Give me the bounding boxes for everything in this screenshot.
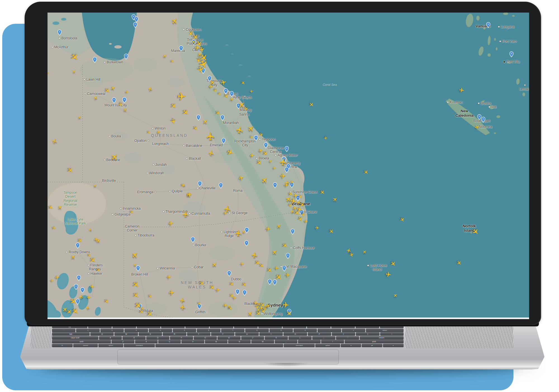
aircraft-icon[interactable]: [198, 280, 205, 287]
aircraft-icon[interactable]: [235, 125, 244, 134]
aircraft-icon[interactable]: [182, 211, 189, 217]
aircraft-icon[interactable]: [177, 92, 186, 101]
aircraft-icon[interactable]: [279, 158, 287, 166]
aircraft-icon[interactable]: [122, 107, 128, 113]
aircraft-icon[interactable]: [266, 226, 271, 232]
aircraft-icon[interactable]: [118, 102, 124, 107]
aircraft-icon[interactable]: [285, 273, 290, 278]
aircraft-icon[interactable]: [240, 262, 244, 266]
aircraft-icon[interactable]: [70, 52, 80, 63]
aircraft-icon[interactable]: [456, 260, 463, 266]
aircraft-icon[interactable]: [319, 189, 326, 196]
aircraft-icon[interactable]: [187, 192, 192, 197]
aircraft-icon[interactable]: [271, 248, 278, 255]
aircraft-icon[interactable]: [250, 153, 254, 158]
aircraft-icon[interactable]: [211, 261, 218, 268]
aircraft-icon[interactable]: [88, 228, 92, 231]
aircraft-icon[interactable]: [50, 279, 54, 282]
aircraft-icon[interactable]: [362, 249, 368, 255]
aircraft-icon[interactable]: [57, 204, 63, 211]
aircraft-icon[interactable]: [266, 303, 271, 309]
aircraft-icon[interactable]: [104, 87, 111, 94]
aircraft-icon[interactable]: [193, 125, 199, 132]
aircraft-icon[interactable]: [249, 135, 254, 140]
aircraft-icon[interactable]: [328, 228, 335, 235]
aircraft-icon[interactable]: [70, 254, 77, 260]
aircraft-icon[interactable]: [67, 166, 74, 174]
aircraft-icon[interactable]: [309, 102, 315, 108]
aircraft-icon[interactable]: [220, 79, 227, 86]
aircraft-icon[interactable]: [274, 266, 279, 270]
aircraft-icon[interactable]: [90, 284, 94, 289]
aircraft-icon[interactable]: [332, 196, 338, 203]
aircraft-icon[interactable]: [209, 84, 213, 89]
aircraft-icon[interactable]: [139, 309, 145, 315]
aircraft-icon[interactable]: [281, 242, 288, 249]
aircraft-icon[interactable]: [104, 298, 110, 305]
aircraft-icon[interactable]: [251, 251, 258, 258]
aircraft-icon[interactable]: [71, 307, 80, 315]
aircraft-icon[interactable]: [266, 267, 273, 274]
aircraft-icon[interactable]: [385, 271, 392, 278]
aircraft-icon[interactable]: [206, 132, 214, 140]
aircraft-icon[interactable]: [129, 209, 135, 215]
aircraft-icon[interactable]: [223, 93, 229, 99]
aircraft-icon[interactable]: [276, 223, 282, 230]
aircraft-icon[interactable]: [247, 310, 254, 317]
aircraft-icon[interactable]: [168, 221, 174, 226]
aircraft-icon[interactable]: [110, 152, 119, 162]
aircraft-icon[interactable]: [85, 305, 90, 310]
aircraft-icon[interactable]: [87, 253, 92, 258]
aircraft-icon[interactable]: [162, 53, 168, 59]
aircraft-icon[interactable]: [224, 211, 228, 215]
aircraft-icon[interactable]: [288, 203, 293, 208]
aircraft-icon[interactable]: [147, 130, 151, 135]
aircraft-icon[interactable]: [280, 173, 286, 179]
aircraft-icon[interactable]: [243, 106, 249, 112]
aircraft-icon[interactable]: [69, 297, 78, 306]
aircraft-icon[interactable]: [393, 293, 398, 298]
aircraft-icon[interactable]: [472, 228, 480, 236]
aircraft-icon[interactable]: [284, 183, 289, 187]
aircraft-icon[interactable]: [273, 166, 276, 170]
aircraft-icon[interactable]: [268, 159, 273, 163]
aircraft-icon[interactable]: [259, 132, 264, 137]
aircraft-icon[interactable]: [170, 118, 176, 125]
aircraft-icon[interactable]: [170, 102, 178, 110]
aircraft-icon[interactable]: [93, 95, 98, 100]
aircraft-icon[interactable]: [197, 302, 202, 306]
aircraft-icon[interactable]: [240, 80, 246, 86]
aircraft-icon[interactable]: [298, 194, 303, 199]
aircraft-icon[interactable]: [235, 230, 242, 237]
aircraft-icon[interactable]: [181, 108, 190, 117]
aircraft-icon[interactable]: [208, 150, 214, 156]
aircraft-icon[interactable]: [315, 226, 319, 230]
aircraft-icon[interactable]: [349, 252, 355, 258]
aircraft-icon[interactable]: [179, 304, 186, 310]
aircraft-icon[interactable]: [48, 204, 54, 211]
aircraft-icon[interactable]: [125, 90, 129, 94]
aircraft-icon[interactable]: [260, 176, 269, 184]
aircraft-icon[interactable]: [77, 115, 82, 120]
aircraft-icon[interactable]: [167, 274, 171, 279]
aircraft-icon[interactable]: [247, 124, 255, 133]
aircraft-icon[interactable]: [132, 280, 140, 289]
aircraft-icon[interactable]: [132, 291, 140, 299]
aircraft-icon[interactable]: [233, 296, 237, 300]
aircraft-icon[interactable]: [146, 310, 154, 317]
aircraft-icon[interactable]: [293, 193, 299, 199]
aircraft-icon[interactable]: [156, 130, 161, 134]
aircraft-icon[interactable]: [133, 262, 138, 267]
aircraft-icon[interactable]: [93, 183, 98, 188]
aircraft-icon[interactable]: [179, 297, 185, 303]
aircraft-icon[interactable]: [89, 256, 97, 264]
aircraft-icon[interactable]: [304, 219, 308, 224]
aircraft-icon[interactable]: [182, 183, 186, 187]
aircraft-icon[interactable]: [238, 175, 244, 181]
aircraft-icon[interactable]: [55, 275, 60, 279]
aircraft-icon[interactable]: [229, 96, 235, 102]
aircraft-icon[interactable]: [241, 230, 246, 234]
aircraft-icon[interactable]: [256, 159, 263, 166]
flight-map[interactable]: BorroloolaMcArthurBurketownLawn HillCamo…: [48, 13, 529, 317]
aircraft-icon[interactable]: [363, 169, 369, 176]
